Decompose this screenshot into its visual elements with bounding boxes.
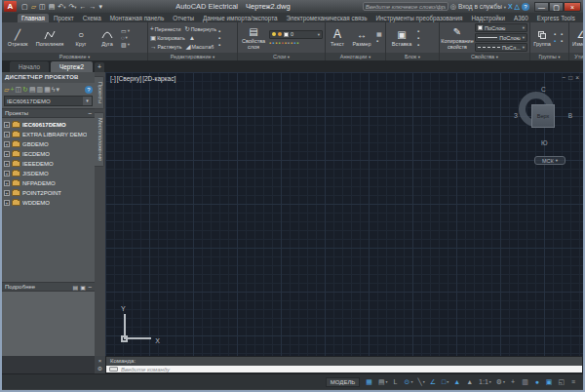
palette-tool-icon-drawing-list[interactable]: ▤ xyxy=(29,84,36,95)
layer-mini-button[interactable]: ▪ xyxy=(285,40,287,46)
viewcube-north[interactable]: С xyxy=(541,86,546,93)
palette-help-icon[interactable]: ? xyxy=(85,86,93,94)
status-icon-polar[interactable]: ⊙▾ xyxy=(403,376,415,387)
circle-button[interactable]: ○ Круг xyxy=(68,28,94,47)
move-button[interactable]: +Перенести xyxy=(150,25,180,33)
trim-button[interactable]: ▲ xyxy=(189,34,195,42)
draw-mini-button[interactable]: ▭▾ xyxy=(121,28,130,34)
status-icon-annotation-monitor[interactable]: + xyxy=(508,376,519,387)
layer-mini-button[interactable]: ▪ xyxy=(291,40,292,46)
ribbon-tab[interactable]: Инструменты преобразования xyxy=(372,14,467,22)
collapse-icon[interactable]: − xyxy=(88,284,92,291)
group-mini-button[interactable]: ▪ xyxy=(561,38,566,44)
block-mini-button[interactable]: ▪ xyxy=(417,42,419,48)
qat-icon-qat-more[interactable]: ▾ xyxy=(98,1,104,13)
copy-button[interactable]: ▣Копировать xyxy=(150,34,185,42)
group-button[interactable]: Группа xyxy=(532,28,552,47)
qat-icon-forward[interactable]: → xyxy=(89,1,98,13)
view-control[interactable]: [Сверху] xyxy=(117,75,141,82)
qat-icon-save[interactable]: ◫ xyxy=(38,1,47,13)
annotate-mini-button[interactable]: ▪ xyxy=(376,38,382,44)
model-space-button[interactable]: МОДЕЛЬ xyxy=(326,377,360,387)
ribbon-tab[interactable]: Отчеты xyxy=(169,14,198,22)
project-item[interactable]: + JISDEMO xyxy=(4,169,95,178)
project-item[interactable]: + GBDEMO xyxy=(4,139,95,149)
status-icon-ortho[interactable]: L xyxy=(391,376,402,387)
active-project-select[interactable]: IEC60617DEMO ▾ xyxy=(4,96,93,106)
file-tab[interactable]: Начало xyxy=(10,61,49,72)
projects-section-header[interactable]: Проекты − xyxy=(2,108,95,118)
layer-mini-button[interactable]: ▪ xyxy=(288,40,290,46)
palette-tool-icon-details-view[interactable]: ▥ xyxy=(37,84,44,95)
expand-plus-icon[interactable]: + xyxy=(4,161,10,167)
drawing-minimize-icon[interactable]: − xyxy=(562,74,566,81)
edit-mini-button[interactable]: ▪ xyxy=(218,35,220,41)
match-properties-button[interactable]: ✎ Копированиесвойств xyxy=(442,25,473,50)
viewcube[interactable]: С В Ю З Верх xyxy=(515,88,571,144)
viewcube-east[interactable]: В xyxy=(568,112,572,119)
measure-button[interactable]: ∠ Изме... xyxy=(571,28,583,47)
ribbon-tab[interactable]: Vault xyxy=(580,14,585,22)
viewport-menu-control[interactable]: [-] xyxy=(110,75,116,82)
panel-title-groups[interactable]: Группы ▾ xyxy=(530,53,568,60)
insert-block-button[interactable]: ▣ Вставка xyxy=(388,28,415,47)
panel-title-draw[interactable]: Рисование ▾ xyxy=(2,53,147,60)
command-input-row[interactable] xyxy=(106,366,582,372)
line-button[interactable]: ╱ Отрезок xyxy=(4,28,31,47)
palette-tool-icon-more[interactable]: ▾ xyxy=(57,84,60,95)
new-drawing-tab-button[interactable]: + xyxy=(95,62,104,72)
command-input[interactable] xyxy=(121,367,582,372)
status-icon-osnap[interactable]: □▾ xyxy=(440,376,450,387)
status-icon-grid[interactable]: ▦ xyxy=(364,376,375,387)
edit-mini-button[interactable]: ▪ xyxy=(218,42,220,48)
status-icon-osnap-tracking[interactable]: ∠ xyxy=(428,376,439,387)
draw-mini-button[interactable]: ▨▾ xyxy=(121,42,130,48)
a360-icon[interactable]: △ xyxy=(515,3,520,11)
object-color-select[interactable]: ПоСлою▾ xyxy=(475,23,527,32)
layer-mini-button[interactable]: ▪ xyxy=(278,40,280,46)
status-icon-quick-properties[interactable]: ▥ xyxy=(520,376,531,387)
status-icon-annotation-scale[interactable]: 1:1▾ xyxy=(477,376,493,387)
expand-plus-icon[interactable]: + xyxy=(4,122,10,128)
palette-tool-icon-copy[interactable]: ◫ xyxy=(15,84,21,95)
expand-plus-icon[interactable]: + xyxy=(4,132,10,137)
palette-tool-icon-new-project[interactable]: + xyxy=(10,84,14,95)
details-icon-image[interactable]: ▣ xyxy=(80,284,86,291)
infocenter-search-input[interactable] xyxy=(363,2,448,11)
help-icon[interactable]: ? xyxy=(522,3,529,11)
text-button[interactable]: A Текст xyxy=(328,28,347,47)
linetype-select[interactable]: ПоСл...▾ xyxy=(475,43,527,52)
project-item[interactable]: + WDDEMO xyxy=(4,198,95,208)
expand-plus-icon[interactable]: + xyxy=(4,141,10,147)
project-item[interactable]: + IEC60617DEMO xyxy=(4,120,95,130)
viewcube-west[interactable]: З xyxy=(514,112,518,119)
collapse-icon[interactable]: − xyxy=(88,110,92,117)
ribbon-tab[interactable]: A360 xyxy=(510,14,532,22)
project-item[interactable]: + NFPADEMO xyxy=(4,178,95,188)
palette-tool-icon-utilities[interactable]: ϟ xyxy=(52,84,56,95)
dimension-button[interactable]: ↔ Размер xyxy=(349,28,374,47)
ribbon-tab[interactable]: Проект xyxy=(50,14,78,22)
expand-plus-icon[interactable]: + xyxy=(4,180,10,186)
ribbon-tab[interactable]: Данные импорта/экспорта xyxy=(199,14,281,22)
panel-title-utilities[interactable]: Ути... xyxy=(569,53,583,60)
layer-properties-button[interactable]: ▤ Свойстваслоя xyxy=(240,25,267,50)
qat-icon-undo[interactable]: ↶▾ xyxy=(57,1,66,13)
qat-icon-redo[interactable]: ↷▾ xyxy=(67,1,77,13)
layer-mini-button[interactable]: ▪ xyxy=(269,40,271,46)
qat-icon-back[interactable]: ← xyxy=(79,1,88,13)
palette-tool-icon-open-project[interactable]: ▱ xyxy=(4,84,9,95)
layer-select[interactable]: 0 ▾ xyxy=(269,30,323,39)
ribbon-tab[interactable]: Схема xyxy=(79,14,105,22)
project-item[interactable]: + POINT2POINT xyxy=(4,188,95,198)
status-icon-graphics-performance[interactable]: ▣ xyxy=(544,376,556,387)
status-icon-isodraft[interactable]: ╲▾ xyxy=(415,376,426,387)
visual-style-control[interactable]: [2D-каркас] xyxy=(142,75,176,82)
status-icon-clean-screen[interactable]: ◱ xyxy=(556,376,567,387)
ribbon-tab[interactable]: Монтажная панель xyxy=(106,14,169,22)
details-icon-pin[interactable]: ▤ xyxy=(73,284,79,291)
status-icon-annotation-visibility[interactable]: ▲ xyxy=(451,376,463,387)
expand-plus-icon[interactable]: + xyxy=(4,190,10,196)
expand-plus-icon[interactable]: + xyxy=(4,151,10,157)
project-item[interactable]: + EXTRA LIBRARY DEMO xyxy=(4,130,95,139)
